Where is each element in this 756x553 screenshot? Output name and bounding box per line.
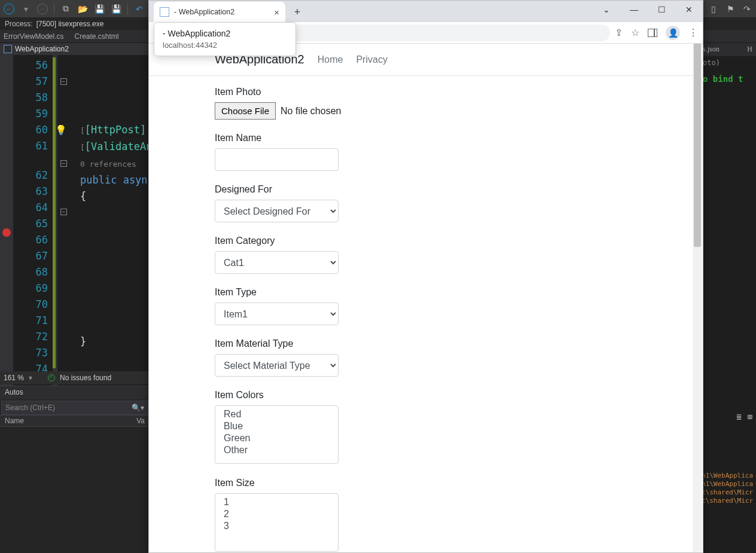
- maximize-icon[interactable]: ☐: [648, 1, 675, 19]
- save-all-icon[interactable]: 💾: [111, 4, 121, 14]
- process-label: Process:: [5, 20, 33, 28]
- window-controls: ⌄ — ☐ ✕: [593, 1, 703, 19]
- caret-down-icon[interactable]: ⌄: [593, 1, 620, 19]
- group-type: Item Type Item1: [215, 287, 637, 325]
- autos-columns: Name Va: [0, 415, 150, 427]
- choose-file-button[interactable]: Choose File: [215, 102, 276, 120]
- category-select[interactable]: Cat1: [215, 251, 339, 274]
- colors-multiselect[interactable]: Red Blue Green Other: [215, 405, 339, 464]
- favicon-icon: [160, 7, 169, 17]
- size-multiselect[interactable]: 1 2 3: [215, 493, 339, 552]
- label-category: Item Category: [215, 236, 637, 246]
- autos-search-input[interactable]: Search (Ctrl+E) 🔍▾: [1, 401, 148, 415]
- close-window-icon[interactable]: ✕: [675, 1, 703, 19]
- nav-back-icon[interactable]: ←: [4, 4, 14, 14]
- nav-link-home[interactable]: Home: [318, 54, 343, 65]
- autos-panel: Autos Search (Ctrl+E) 🔍▾ Name Va: [0, 386, 150, 553]
- breakpoint-icon[interactable]: [2, 228, 11, 237]
- chrome-window: - WebApplication2 × + ⌄ — ☐ ✕ - WebAppli…: [148, 0, 703, 553]
- kebab-menu-icon[interactable]: ⋮: [688, 27, 698, 38]
- separator: [127, 4, 128, 14]
- create-form: Item Photo Choose File No file chosen It…: [149, 76, 703, 552]
- col-name[interactable]: Name: [0, 415, 132, 426]
- group-material: Item Material Type Select Material Type: [215, 338, 637, 377]
- tooltip-title: - WebApplication2: [163, 29, 287, 38]
- label-material: Item Material Type: [215, 338, 637, 349]
- scrollbar[interactable]: [693, 44, 702, 552]
- fold-toggle-icon[interactable]: −: [60, 209, 67, 215]
- fold-toggle-icon[interactable]: −: [60, 160, 67, 167]
- flag-icon[interactable]: ⚑: [725, 4, 736, 14]
- process-value[interactable]: [7500] iisexpress.exe: [36, 20, 104, 28]
- group-photo: Item Photo Choose File No file chosen: [215, 87, 637, 120]
- project-icon: [4, 45, 12, 53]
- page-content: WebApplication2 Home Privacy Item Photo …: [149, 44, 703, 552]
- close-tab-icon[interactable]: ×: [274, 7, 279, 17]
- group-name: Item Name: [215, 133, 637, 171]
- label-colors: Item Colors: [215, 390, 637, 401]
- fold-toggle-icon[interactable]: −: [60, 78, 67, 85]
- grid-icon[interactable]: ⊞: [748, 412, 752, 421]
- file-status: No file chosen: [281, 106, 341, 117]
- more-icon[interactable]: ↷: [742, 4, 752, 14]
- label-size: Item Size: [215, 478, 637, 488]
- vs-status-bar: 161 % ▾ No issues found: [0, 371, 150, 384]
- file-tab[interactable]: Create.cshtml: [74, 32, 118, 41]
- scrollbar-thumb[interactable]: [694, 44, 701, 247]
- separator: [54, 4, 54, 14]
- minimize-icon[interactable]: —: [620, 1, 648, 19]
- bookmark-star-icon[interactable]: ☆: [631, 27, 639, 38]
- chrome-tabstrip: - WebApplication2 × + ⌄ — ☐ ✕: [149, 1, 703, 22]
- type-select[interactable]: Item1: [215, 303, 339, 325]
- list-icon[interactable]: ≣: [736, 412, 741, 421]
- label-name: Item Name: [215, 133, 637, 143]
- label-designed: Designed For: [215, 184, 637, 195]
- new-tab-button[interactable]: +: [289, 4, 306, 20]
- zoom-caret-icon[interactable]: ▾: [29, 374, 32, 382]
- group-size: Item Size 1 2 3: [215, 478, 637, 552]
- undo-icon[interactable]: ↶: [134, 4, 145, 14]
- vs-right-panel: s.jsonH oto) o bind t ≣ ⊞ n1\WebApplica …: [699, 43, 756, 553]
- right-paths: n1\WebApplica n1\WebApplica t\shared\Mic…: [702, 472, 756, 505]
- new-item-icon[interactable]: ⧉: [60, 4, 71, 14]
- zoom-level[interactable]: 161 %: [4, 374, 24, 382]
- label-type: Item Type: [215, 287, 637, 298]
- open-folder-icon[interactable]: 📂: [77, 4, 88, 14]
- col-value[interactable]: Va: [132, 415, 150, 426]
- right-crumb: oto): [699, 56, 756, 69]
- check-icon: [48, 374, 55, 381]
- label-photo: Item Photo: [215, 87, 637, 97]
- profile-avatar-icon[interactable]: 👤: [666, 26, 680, 40]
- tab-title: - WebApplication2: [174, 8, 234, 16]
- search-icon[interactable]: 🔍▾: [132, 404, 144, 412]
- group-colors: Item Colors Red Blue Green Other: [215, 390, 637, 465]
- file-tab[interactable]: ErrorViewModel.cs: [4, 32, 63, 41]
- nav-forward-icon[interactable]: →: [37, 4, 48, 14]
- item-name-input[interactable]: [215, 148, 339, 171]
- nav-link-privacy[interactable]: Privacy: [356, 54, 387, 65]
- material-select[interactable]: Select Material Type: [215, 354, 339, 377]
- breadcrumb-project: WebApplication2: [15, 45, 69, 53]
- save-icon[interactable]: 💾: [94, 4, 105, 14]
- sidepanel-icon[interactable]: [648, 29, 657, 37]
- issues-text: No issues found: [60, 374, 111, 382]
- tooltip-subtitle: localhost:44342: [163, 41, 287, 50]
- share-icon[interactable]: ⇪: [615, 27, 623, 38]
- group-designed: Designed For Select Designed For: [215, 184, 637, 222]
- right-code-hint: o bind t: [699, 69, 756, 88]
- designed-for-select[interactable]: Select Designed For: [215, 200, 339, 222]
- bookmark-icon[interactable]: ▯: [708, 4, 719, 14]
- dropdown-caret-icon[interactable]: ▾: [20, 4, 31, 14]
- right-file-tab[interactable]: s.jsonH: [699, 43, 756, 56]
- browser-tab[interactable]: - WebApplication2 ×: [154, 2, 285, 22]
- autos-header[interactable]: Autos: [0, 386, 150, 399]
- group-category: Item Category Cat1: [215, 236, 637, 274]
- tab-tooltip: - WebApplication2 localhost:44342: [154, 22, 296, 56]
